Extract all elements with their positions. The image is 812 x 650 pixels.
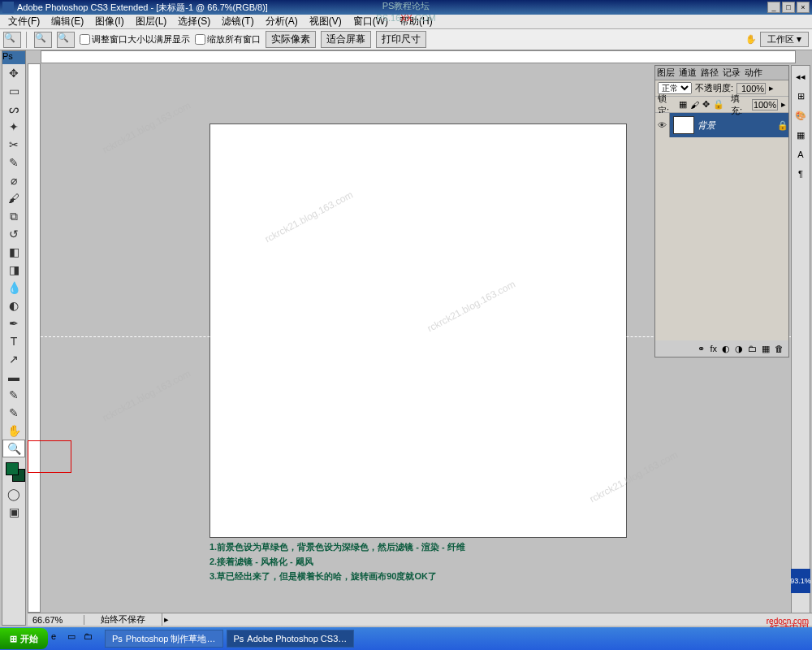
character-icon[interactable]: ¶ xyxy=(792,165,810,183)
color-swatches[interactable] xyxy=(2,461,25,485)
color-icon[interactable]: 🎨 xyxy=(792,106,810,124)
eraser-tool[interactable]: ◧ xyxy=(2,243,25,261)
foreground-color[interactable] xyxy=(6,462,19,475)
eyedropper-tool[interactable]: ✎ xyxy=(2,404,25,422)
wand-tool[interactable]: ✦ xyxy=(2,118,25,136)
menu-view[interactable]: 视图(V) xyxy=(304,14,347,29)
tools-panel: Ps ✥ ▭ ᔕ ✦ ✂ ✎ ⌀ 🖌 ⧉ ↺ ◧ ◨ 💧 ◐ ✒ T ↗ ▬ ✎… xyxy=(2,50,26,626)
lock-image-icon[interactable]: 🖌 xyxy=(690,100,699,110)
tab-layers[interactable]: 图层 xyxy=(657,67,675,79)
zoom-tool[interactable]: 🔍 xyxy=(2,440,25,457)
layer-name[interactable]: 背景 xyxy=(698,119,777,132)
zoom-in-icon[interactable]: 🔍 xyxy=(34,32,52,48)
zoom-level[interactable]: 66.67% xyxy=(28,615,84,625)
hand-icon[interactable]: ✋ xyxy=(745,34,757,45)
maximize-button[interactable]: □ xyxy=(782,2,795,13)
zoom-out-icon[interactable]: 🔍 xyxy=(57,32,75,48)
fit-window-checkbox[interactable]: 调整窗口大小以满屏显示 xyxy=(80,33,190,46)
notes-tool[interactable]: ✎ xyxy=(2,386,25,404)
adjustment-layer-icon[interactable]: ◑ xyxy=(735,344,743,354)
menu-image[interactable]: 图像(I) xyxy=(90,14,128,29)
lock-transparent-icon[interactable]: ▦ xyxy=(679,99,687,110)
layer-mask-icon[interactable]: ◐ xyxy=(722,344,730,354)
menu-edit[interactable]: 编辑(E) xyxy=(46,14,89,29)
menu-file[interactable]: 文件(F) xyxy=(3,14,45,29)
tutorial-instructions: 1.前景色设为草绿色，背景色设为深绿色，然后滤镜 - 渲染 - 纤维 2.接着滤… xyxy=(209,540,465,583)
dock-collapse-icon[interactable]: ◂◂ xyxy=(792,67,810,85)
menu-analysis[interactable]: 分析(A) xyxy=(261,14,303,29)
task-photoshop-app[interactable]: PsAdobe Photoshop CS3… xyxy=(227,630,355,648)
layer-row-background[interactable]: 👁 背景 🔒 xyxy=(655,113,788,137)
doc-status[interactable]: 始终不保存 xyxy=(84,613,162,626)
move-tool[interactable]: ✥ xyxy=(2,64,25,82)
path-tool[interactable]: ↗ xyxy=(2,350,25,368)
ql-folder-icon[interactable]: 🗀 xyxy=(84,631,98,646)
menu-filter[interactable]: 滤镜(T) xyxy=(217,14,258,29)
options-bar: 🔍 🔍 🔍 调整窗口大小以满屏显示 缩放所有窗口 实际像素 适合屏幕 打印尺寸 … xyxy=(0,29,812,50)
pen-tool[interactable]: ✒ xyxy=(2,314,25,332)
hand-tool[interactable]: ✋ xyxy=(2,422,25,440)
screenmode-toggle[interactable]: ▣ xyxy=(2,503,25,521)
new-layer-icon[interactable]: ▦ xyxy=(762,344,770,354)
navigator-icon[interactable]: ⊞ xyxy=(792,87,810,105)
gradient-tool[interactable]: ◨ xyxy=(2,261,25,279)
close-button[interactable]: × xyxy=(797,2,810,13)
brush-tool[interactable]: 🖌 xyxy=(2,189,25,207)
lock-icon: 🔒 xyxy=(777,120,788,131)
canvas[interactable] xyxy=(209,124,627,538)
shape-tool[interactable]: ▬ xyxy=(2,368,25,386)
right-dock: ◂◂ ⊞ 🎨 ▦ A ¶ xyxy=(791,65,810,626)
task-photoshop-tutorial[interactable]: PsPhotoshop 制作草地… xyxy=(105,630,223,648)
toolbox-header[interactable]: Ps xyxy=(2,51,25,64)
workspace-dropdown[interactable]: 工作区 ▾ xyxy=(760,32,809,47)
lasso-tool[interactable]: ᔕ xyxy=(2,100,25,118)
menu-bar: 文件(F) 编辑(E) 图像(I) 图层(L) 选择(S) 滤镜(T) 分析(A… xyxy=(0,15,812,29)
stamp-tool[interactable]: ⧉ xyxy=(2,207,25,225)
status-arrow-icon[interactable]: ▸ xyxy=(164,614,169,625)
swatches-icon[interactable]: ▦ xyxy=(792,126,810,144)
quickmask-toggle[interactable]: ◯ xyxy=(2,485,25,503)
layers-panel: 图层 通道 路径 记录 动作 正常 不透明度: 100%▸ 锁定: ▦ 🖌 ✥ … xyxy=(654,65,789,358)
opacity-label: 不透明度: xyxy=(695,82,733,94)
fit-screen-button[interactable]: 适合屏幕 xyxy=(321,31,371,48)
tab-actions[interactable]: 动作 xyxy=(745,67,762,79)
marquee-tool[interactable]: ▭ xyxy=(2,82,25,100)
layer-style-icon[interactable]: fx xyxy=(710,344,717,353)
minimize-button[interactable]: _ xyxy=(767,2,780,13)
heal-tool[interactable]: ⌀ xyxy=(2,171,25,189)
crop-tool[interactable]: ✂ xyxy=(2,136,25,154)
layer-thumbnail[interactable] xyxy=(673,116,694,134)
app-icon xyxy=(2,2,14,13)
menu-window[interactable]: 窗口(W) xyxy=(348,14,393,29)
styles-icon[interactable]: A xyxy=(792,145,810,163)
slice-tool[interactable]: ✎ xyxy=(2,154,25,171)
fill-input[interactable]: 100% xyxy=(752,99,778,110)
type-tool[interactable]: T xyxy=(2,332,25,350)
tab-history[interactable]: 记录 xyxy=(723,67,741,79)
tab-paths[interactable]: 路径 xyxy=(701,67,719,79)
delete-layer-icon[interactable]: 🗑 xyxy=(775,344,784,353)
menu-layer[interactable]: 图层(L) xyxy=(131,14,172,29)
lock-all-icon[interactable]: 🔒 xyxy=(713,99,724,110)
navigator-percent: 93.1% xyxy=(791,569,810,593)
visibility-icon[interactable]: 👁 xyxy=(655,113,670,137)
lock-position-icon[interactable]: ✥ xyxy=(702,99,710,110)
menu-help[interactable]: 帮助(H) xyxy=(395,14,438,29)
ql-ie-icon[interactable]: e xyxy=(51,631,66,646)
print-size-button[interactable]: 打印尺寸 xyxy=(376,31,426,48)
zoom-tool-icon[interactable]: 🔍 xyxy=(3,32,21,48)
tab-channels[interactable]: 通道 xyxy=(679,67,697,79)
windows-taskbar: ⊞ 开始 e ▭ 🗀 PsPhotoshop 制作草地… PsAdobe Pho… xyxy=(0,627,812,650)
menu-select[interactable]: 选择(S) xyxy=(173,14,215,29)
dodge-tool[interactable]: ◐ xyxy=(2,297,25,314)
blur-tool[interactable]: 💧 xyxy=(2,279,25,297)
horizontal-ruler xyxy=(41,50,796,63)
link-layers-icon[interactable]: ⚭ xyxy=(698,344,705,354)
history-brush-tool[interactable]: ↺ xyxy=(2,225,25,243)
ql-desktop-icon[interactable]: ▭ xyxy=(67,631,82,646)
zoom-all-checkbox[interactable]: 缩放所有窗口 xyxy=(195,33,261,46)
actual-pixels-button[interactable]: 实际像素 xyxy=(266,31,316,48)
group-icon[interactable]: 🗀 xyxy=(748,344,757,353)
fill-label: 填充: xyxy=(731,93,749,117)
start-button[interactable]: ⊞ 开始 xyxy=(0,628,48,649)
